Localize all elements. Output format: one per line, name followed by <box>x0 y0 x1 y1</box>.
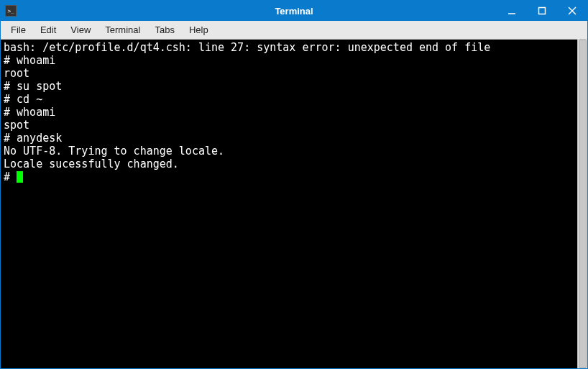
terminal-line: # su spot <box>4 80 574 93</box>
menubar: File Edit View Terminal Tabs Help <box>1 21 587 40</box>
app-icon: >_ <box>5 5 17 17</box>
menu-file[interactable]: File <box>4 22 33 37</box>
prompt: # <box>4 170 17 183</box>
menu-tabs[interactable]: Tabs <box>147 22 181 37</box>
terminal-line: # anydesk <box>4 132 574 145</box>
terminal-line: bash: /etc/profile.d/qt4.csh: line 27: s… <box>4 41 574 54</box>
titlebar[interactable]: >_ Terminal <box>1 1 587 21</box>
terminal-line: # cd ~ <box>4 93 574 106</box>
maximize-button[interactable] <box>527 1 557 21</box>
terminal-content[interactable]: bash: /etc/profile.d/qt4.csh: line 27: s… <box>1 40 577 368</box>
menu-view[interactable]: View <box>63 22 98 37</box>
menu-help[interactable]: Help <box>182 22 216 37</box>
close-icon <box>568 6 576 15</box>
menu-edit[interactable]: Edit <box>33 22 63 37</box>
cursor <box>17 171 23 183</box>
terminal-icon: >_ <box>7 8 14 14</box>
svg-rect-1 <box>539 8 546 14</box>
terminal-body: bash: /etc/profile.d/qt4.csh: line 27: s… <box>1 40 587 368</box>
terminal-line: # whoami <box>4 106 574 119</box>
terminal-line: No UTF-8. Trying to change locale. <box>4 145 574 158</box>
menu-terminal[interactable]: Terminal <box>98 22 147 37</box>
maximize-icon <box>538 6 546 15</box>
terminal-line: # whoami <box>4 54 574 67</box>
terminal-prompt-line: # <box>4 170 574 183</box>
minimize-icon <box>507 6 516 15</box>
scrollbar-thumb[interactable] <box>579 40 587 368</box>
minimize-button[interactable] <box>497 1 527 21</box>
scrollbar[interactable] <box>577 40 587 368</box>
window-controls <box>497 1 587 21</box>
terminal-line: spot <box>4 119 574 132</box>
terminal-line: Locale sucessfully changed. <box>4 158 574 170</box>
terminal-line: root <box>4 67 574 80</box>
terminal-window: >_ Terminal File Edit View Terminal Tabs… <box>0 0 588 369</box>
close-button[interactable] <box>557 1 587 21</box>
